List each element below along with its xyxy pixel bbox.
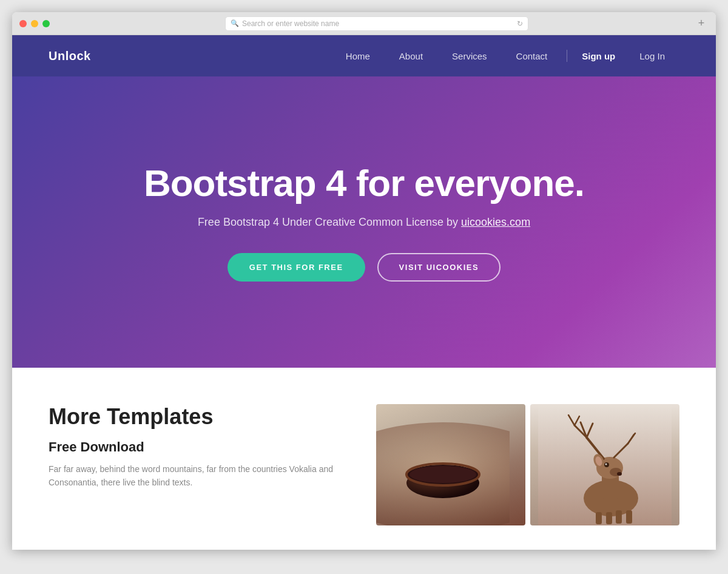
hero-subtitle: Free Bootstrap 4 Under Creative Common L… (198, 216, 530, 229)
section-title: More Templates (49, 404, 352, 430)
address-bar[interactable]: 🔍 Search or enter website name ↻ (225, 16, 528, 31)
svg-rect-25 (606, 512, 612, 524)
nav-services[interactable]: Services (437, 51, 502, 61)
hero-subtitle-link[interactable]: uicookies.com (461, 216, 530, 228)
visit-uicookies-button[interactable]: VISIT UICOOKIES (377, 253, 501, 282)
content-images (376, 404, 679, 525)
section-subtitle: Free Download (49, 439, 352, 455)
refresh-icon[interactable]: ↻ (517, 19, 523, 28)
hero-section: Bootstrap 4 for everyone. Free Bootstrap… (12, 76, 716, 368)
navbar-brand[interactable]: Unlock (49, 49, 91, 63)
nav-home[interactable]: Home (331, 51, 385, 61)
browser-titlebar: 🔍 Search or enter website name ↻ + (12, 12, 716, 35)
svg-rect-27 (626, 510, 632, 524)
navbar-nav: Home About Services Contact Sign up Log … (331, 50, 679, 62)
window-controls (19, 20, 50, 27)
template-image-2 (530, 404, 679, 525)
navbar: Unlock Home About Services Contact Sign … (12, 35, 716, 76)
content-left: More Templates Free Download Far far awa… (49, 404, 352, 490)
nav-signup[interactable]: Sign up (572, 51, 625, 61)
address-bar-text: Search or enter website name (242, 19, 339, 28)
svg-rect-26 (616, 510, 622, 524)
close-button[interactable] (19, 20, 27, 27)
get-free-button[interactable]: GET THIS FOR FREE (228, 253, 365, 282)
svg-point-11 (605, 464, 607, 465)
section-text: Far far away, behind the word mountains,… (49, 462, 352, 490)
svg-rect-24 (596, 512, 602, 524)
search-icon: 🔍 (231, 19, 239, 27)
nav-login[interactable]: Log In (625, 51, 679, 61)
svg-point-3 (410, 466, 476, 483)
hero-title: Bootstrap 4 for everyone. (144, 163, 584, 204)
template-image-1 (376, 404, 525, 525)
deer-svg (538, 404, 672, 525)
hero-buttons: GET THIS FOR FREE VISIT UICOOKIES (228, 253, 500, 282)
minimize-button[interactable] (31, 20, 38, 27)
svg-point-12 (617, 472, 622, 476)
marble-texture (376, 404, 525, 525)
nav-about[interactable]: About (385, 51, 437, 61)
browser-window: 🔍 Search or enter website name ↻ + Unloc… (12, 12, 716, 550)
website-content: Unlock Home About Services Contact Sign … (12, 35, 716, 550)
nav-divider (567, 50, 567, 62)
nav-contact[interactable]: Contact (502, 51, 562, 61)
new-tab-button[interactable]: + (694, 16, 709, 31)
deer-image (530, 404, 679, 525)
maximize-button[interactable] (42, 20, 50, 27)
content-section: More Templates Free Download Far far awa… (12, 368, 716, 550)
